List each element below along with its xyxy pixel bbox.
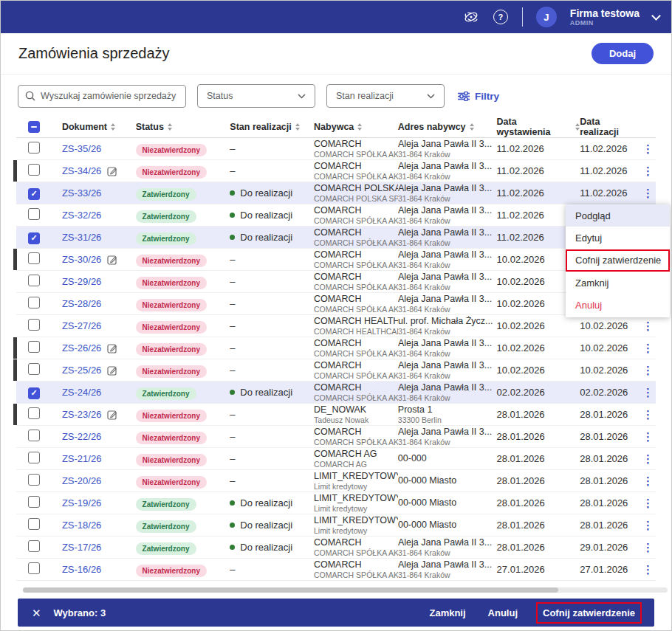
table-row[interactable]: ZS-24/26 Zatwierdzony Do realizacji COMA… xyxy=(16,382,656,404)
document-link[interactable]: ZS-32/26 xyxy=(62,210,101,221)
row-checkbox[interactable] xyxy=(28,474,40,486)
table-row[interactable]: ZS-22/26 Niezatwierdzony – COMARCH COMAR… xyxy=(16,426,656,448)
row-menu-icon[interactable]: ⋮ xyxy=(642,364,654,376)
table-row[interactable]: ZS-17/26 Zatwierdzony Do realizacji COMA… xyxy=(16,537,656,559)
row-checkbox[interactable] xyxy=(28,562,40,574)
row-checkbox[interactable] xyxy=(28,387,40,399)
document-link[interactable]: ZS-23/26 xyxy=(62,409,101,420)
footer-action-button[interactable]: Anuluj xyxy=(486,604,520,622)
company-block[interactable]: Firma testowa ADMIN xyxy=(570,7,640,27)
row-menu-icon[interactable]: ⋮ xyxy=(642,563,654,576)
row-menu-icon[interactable]: ⋮ xyxy=(642,519,654,531)
row-checkbox[interactable] xyxy=(28,496,40,508)
sort-icon[interactable] xyxy=(357,123,362,131)
row-checkbox[interactable] xyxy=(28,518,40,530)
table-row[interactable]: ZS-33/26 Zatwierdzony Do realizacji COMA… xyxy=(16,182,656,204)
context-menu-item[interactable]: Cofnij zatwierdzenie xyxy=(566,249,670,272)
row-checkbox[interactable] xyxy=(28,232,40,244)
row-menu-icon[interactable]: ⋮ xyxy=(642,497,654,509)
document-link[interactable]: ZS-31/26 xyxy=(62,232,101,243)
horizontal-scrollbar[interactable] xyxy=(23,587,668,593)
row-checkbox[interactable] xyxy=(28,252,40,264)
select-all-checkbox[interactable] xyxy=(28,121,40,133)
document-link[interactable]: ZS-26/26 xyxy=(62,342,101,354)
row-checkbox[interactable] xyxy=(28,341,40,353)
document-link[interactable]: ZS-17/26 xyxy=(62,542,101,553)
chevron-down-icon[interactable] xyxy=(651,11,661,21)
search-input[interactable] xyxy=(41,91,179,101)
table-row[interactable]: ZS-34/26 Niezatwierdzony – COMARCH COMAR… xyxy=(16,160,656,182)
table-row[interactable]: ZS-29/26 Niezatwierdzony – COMARCH COMAR… xyxy=(16,271,656,293)
row-menu-icon[interactable]: ⋮ xyxy=(642,475,654,487)
row-checkbox[interactable] xyxy=(28,275,40,286)
search-box[interactable] xyxy=(18,85,186,108)
document-link[interactable]: ZS-24/26 xyxy=(62,387,101,398)
context-menu-item[interactable]: Anuluj xyxy=(566,294,670,317)
row-menu-icon[interactable]: ⋮ xyxy=(642,408,654,421)
row-menu-icon[interactable]: ⋮ xyxy=(642,320,654,332)
row-checkbox[interactable] xyxy=(28,407,40,419)
document-link[interactable]: ZS-27/26 xyxy=(62,320,101,331)
row-checkbox[interactable] xyxy=(28,297,40,308)
context-menu-item[interactable]: Edytuj xyxy=(566,227,670,249)
scrollbar-thumb[interactable] xyxy=(23,587,558,593)
row-menu-icon[interactable]: ⋮ xyxy=(642,430,654,443)
avatar[interactable]: J xyxy=(536,7,557,27)
column-header-nabywca[interactable]: Nabywca xyxy=(314,122,398,132)
table-row[interactable]: ZS-26/26 Niezatwierdzony – COMARCH COMAR… xyxy=(16,337,656,359)
context-menu-item[interactable]: Podgląd xyxy=(566,204,670,227)
realization-dropdown[interactable]: Stan realizacji xyxy=(326,84,445,108)
column-header-stan-realizacji[interactable]: Stan realizacji xyxy=(230,122,314,132)
footer-action-button[interactable]: Zamknij xyxy=(427,604,467,622)
add-button[interactable]: Dodaj xyxy=(592,43,654,64)
close-icon[interactable]: ✕ xyxy=(32,607,41,618)
table-row[interactable]: ZS-23/26 Niezatwierdzony – DE_NOWAK Tade… xyxy=(16,404,656,426)
row-checkbox[interactable] xyxy=(28,208,40,220)
row-menu-icon[interactable]: ⋮ xyxy=(642,541,654,554)
document-link[interactable]: ZS-29/26 xyxy=(62,276,101,287)
row-checkbox[interactable] xyxy=(28,188,40,200)
document-link[interactable]: ZS-18/26 xyxy=(62,520,101,531)
context-menu-item[interactable]: Zamknij xyxy=(566,272,670,294)
document-link[interactable]: ZS-30/26 xyxy=(62,254,101,265)
table-row[interactable]: ZS-35/26 Niezatwierdzony – COMARCH COMAR… xyxy=(16,138,656,160)
row-menu-icon[interactable]: ⋮ xyxy=(642,342,654,354)
document-link[interactable]: ZS-25/26 xyxy=(62,365,101,376)
row-checkbox[interactable] xyxy=(28,430,40,441)
document-link[interactable]: ZS-28/26 xyxy=(62,298,101,309)
sort-icon[interactable] xyxy=(470,123,474,131)
row-checkbox[interactable] xyxy=(28,319,40,331)
row-menu-icon[interactable]: ⋮ xyxy=(642,452,654,465)
document-link[interactable]: ZS-21/26 xyxy=(62,453,101,464)
column-header-status[interactable]: Status xyxy=(136,122,230,132)
document-link[interactable]: ZS-35/26 xyxy=(62,143,101,154)
document-link[interactable]: ZS-20/26 xyxy=(62,475,101,486)
document-link[interactable]: ZS-34/26 xyxy=(62,165,101,176)
row-menu-icon[interactable]: ⋮ xyxy=(642,386,654,399)
document-link[interactable]: ZS-22/26 xyxy=(62,431,101,442)
sort-icon[interactable] xyxy=(168,123,172,131)
table-row[interactable]: ZS-31/26 Zatwierdzony Do realizacji COMA… xyxy=(16,227,656,249)
document-link[interactable]: ZS-19/26 xyxy=(62,497,101,508)
row-menu-icon[interactable]: ⋮ xyxy=(642,187,654,199)
filters-button[interactable]: Filtry xyxy=(458,91,499,102)
row-checkbox[interactable] xyxy=(28,142,40,154)
table-row[interactable]: ZS-18/26 Zatwierdzony Do realizacji LIMI… xyxy=(16,514,656,537)
sort-icon[interactable] xyxy=(295,123,300,131)
table-row[interactable]: ZS-20/26 Niezatwierdzony – LIMIT_KREDYTO… xyxy=(16,470,656,492)
row-menu-icon[interactable]: ⋮ xyxy=(642,165,654,177)
row-checkbox[interactable] xyxy=(28,363,40,375)
table-row[interactable]: ZS-25/26 Niezatwierdzony – COMARCH COMAR… xyxy=(16,359,656,382)
table-row[interactable]: ZS-21/26 Niezatwierdzony – COMARCH AG CO… xyxy=(16,448,656,470)
row-checkbox[interactable] xyxy=(28,164,40,176)
column-header-data-realizacji[interactable]: Data realizacji xyxy=(580,117,640,137)
column-header-data-wystawienia[interactable]: Data wystawienia xyxy=(496,117,580,137)
table-row[interactable]: ZS-19/26 Zatwierdzony Do realizacji LIMI… xyxy=(16,492,656,514)
row-menu-icon[interactable]: ⋮ xyxy=(642,142,654,155)
column-header-adres-nabywcy[interactable]: Adres nabywcy xyxy=(398,122,496,132)
row-checkbox[interactable] xyxy=(28,540,40,552)
status-dropdown[interactable]: Status xyxy=(197,84,315,108)
document-link[interactable]: ZS-33/26 xyxy=(62,187,101,199)
footer-action-button[interactable]: Cofnij zatwierdzenie xyxy=(538,604,640,622)
table-row[interactable]: ZS-32/26 Zatwierdzony Do realizacji COMA… xyxy=(16,204,656,227)
